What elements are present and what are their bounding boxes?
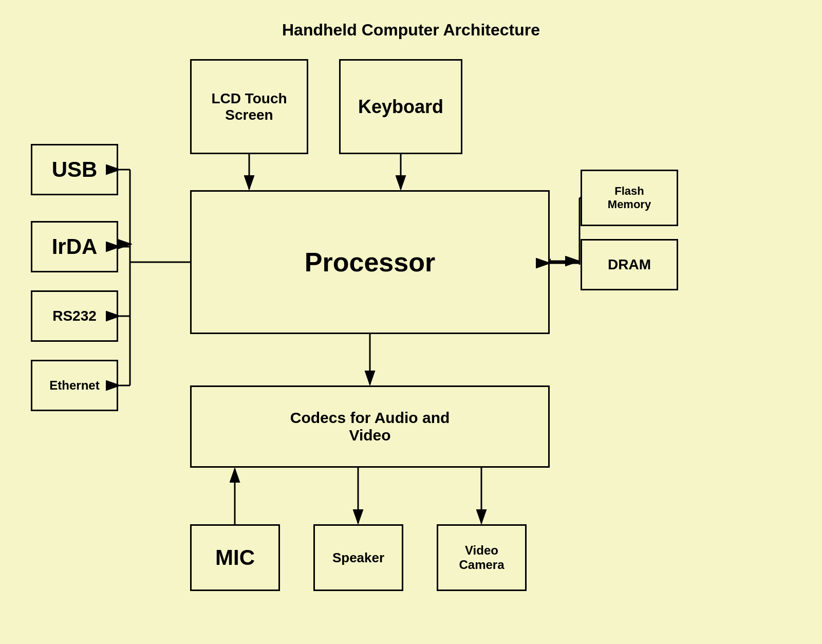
rs232-box: RS232 — [31, 290, 118, 342]
video-camera-box: VideoCamera — [437, 524, 527, 591]
processor-box: Processor — [190, 190, 550, 334]
codecs-label: Codecs for Audio andVideo — [290, 409, 450, 444]
usb-label: USB — [52, 157, 98, 182]
video-camera-label: VideoCamera — [459, 543, 504, 572]
irda-label: IrDA — [52, 234, 98, 259]
dram-label: DRAM — [608, 256, 651, 273]
lcd-label: LCD TouchScreen — [211, 90, 287, 123]
rs232-label: RS232 — [52, 308, 97, 324]
lcd-box: LCD TouchScreen — [190, 59, 308, 154]
speaker-box: Speaker — [313, 524, 403, 591]
ethernet-label: Ethernet — [49, 378, 99, 393]
page-title: Handheld Computer Architecture — [282, 21, 540, 40]
ethernet-box: Ethernet — [31, 360, 118, 411]
dram-box: DRAM — [581, 239, 678, 290]
mic-box: MIC — [190, 524, 280, 591]
flash-memory-box: FlashMemory — [581, 170, 678, 226]
processor-label: Processor — [305, 247, 435, 278]
keyboard-label: Keyboard — [358, 96, 443, 118]
codecs-box: Codecs for Audio andVideo — [190, 385, 550, 468]
keyboard-box: Keyboard — [339, 59, 462, 154]
speaker-label: Speaker — [332, 550, 384, 566]
diagram-container: Handheld Computer Architecture LCD Touch… — [0, 0, 822, 644]
usb-box: USB — [31, 144, 118, 195]
flash-label: FlashMemory — [608, 185, 651, 211]
irda-box: IrDA — [31, 221, 118, 272]
mic-label: MIC — [215, 545, 255, 570]
